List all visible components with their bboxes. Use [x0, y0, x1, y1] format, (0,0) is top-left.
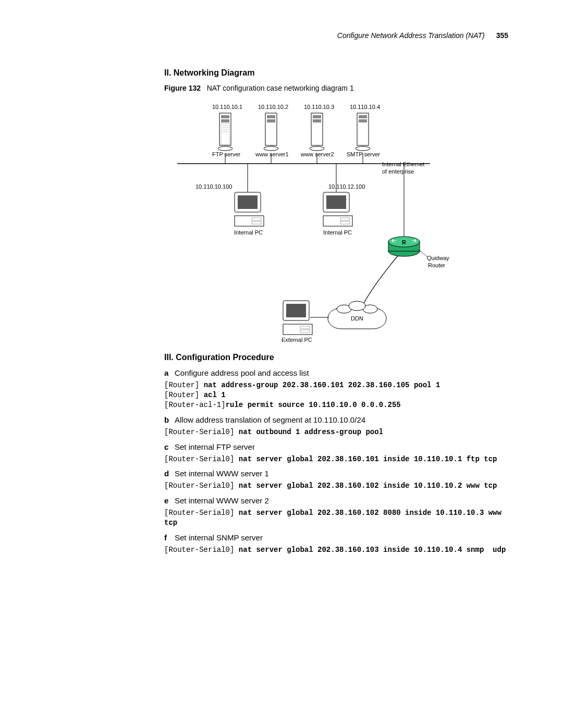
- svg-text:R: R: [402, 239, 406, 245]
- label-pc1-ip: 10.110.10.100: [195, 183, 232, 191]
- code-b: [Router-Serial0] nat outbound 1 address-…: [164, 427, 508, 437]
- svg-point-28: [356, 146, 370, 151]
- label-extpc: External PC: [282, 337, 312, 344]
- step-a-text: Configure address pool and access list: [175, 368, 309, 377]
- label-pc1-name: Internal PC: [234, 229, 263, 237]
- label-server4-ip: 10.110.10.4: [350, 104, 380, 111]
- svg-rect-22: [313, 115, 321, 118]
- label-router2: Router: [428, 262, 445, 269]
- code-d: [Router-Serial0] nat server global 202.3…: [164, 481, 508, 491]
- step-f: f Set internal SNMP server: [164, 533, 508, 542]
- network-diagram: R: [164, 98, 456, 343]
- step-c-text: Set internal FTP server: [175, 442, 255, 451]
- label-net1: Internal Ethernet: [382, 161, 424, 168]
- step-d: d Set internal WWW server 1: [164, 469, 508, 478]
- svg-rect-19: [267, 119, 275, 122]
- figure-text: NAT configuration case networking diagra…: [207, 84, 354, 92]
- svg-point-20: [264, 146, 278, 151]
- code-e: [Router-Serial0] nat server global 202.3…: [164, 508, 508, 528]
- svg-rect-36: [323, 216, 352, 226]
- label-server3-name: www server2: [301, 151, 334, 158]
- section-heading-3: III. Configuration Procedure: [164, 353, 508, 362]
- step-d-letter: d: [164, 469, 175, 478]
- code-c: [Router-Serial0] nat server global 202.3…: [164, 454, 508, 464]
- step-d-text: Set internal WWW server 1: [175, 469, 269, 478]
- svg-rect-18: [267, 115, 275, 118]
- step-e-letter: e: [164, 496, 175, 505]
- step-c: c Set internal FTP server: [164, 442, 508, 451]
- svg-point-16: [218, 146, 232, 151]
- svg-rect-10: [221, 119, 229, 122]
- step-f-letter: f: [164, 533, 175, 542]
- step-b-text: Allow address translation of segment at …: [175, 415, 365, 424]
- chapter-title: Configure Network Address Translation (N…: [337, 31, 485, 40]
- label-net2: of enterprise: [382, 168, 414, 176]
- running-header: Configure Network Address Translation (N…: [55, 31, 508, 40]
- label-pc2-name: Internal PC: [323, 229, 352, 237]
- section-heading-2: II. Networking Diagram: [164, 68, 508, 78]
- label-server1-ip: 10.110.10.1: [212, 104, 242, 111]
- svg-rect-50: [283, 324, 312, 335]
- label-server3-ip: 10.110.10.3: [304, 104, 334, 111]
- label-pc2-ip: 10.110.12.100: [328, 183, 365, 191]
- code-f: [Router-Serial0] nat server global 202.3…: [164, 545, 508, 555]
- code-a: [Router] nat address-group 202.38.160.10…: [164, 380, 508, 410]
- figure-label: Figure 132: [164, 84, 201, 92]
- page-number: 355: [496, 31, 508, 40]
- label-server1-name: FTP server: [212, 151, 240, 158]
- figure-caption: Figure 132 NAT configuration case networ…: [164, 84, 508, 92]
- step-a-letter: a: [164, 368, 175, 377]
- label-server2-ip: 10.110.10.2: [258, 104, 288, 111]
- step-e: e Set internal WWW server 2: [164, 496, 508, 505]
- step-b: b Allow address translation of segment a…: [164, 415, 508, 424]
- svg-rect-31: [235, 216, 264, 226]
- label-ddn: DDN: [351, 315, 363, 323]
- step-a: a Configure address pool and access list: [164, 368, 508, 377]
- svg-rect-27: [359, 119, 367, 122]
- svg-point-46: [349, 301, 365, 311]
- step-b-letter: b: [164, 415, 175, 424]
- svg-rect-9: [221, 115, 229, 118]
- content-column: II. Networking Diagram Figure 132 NAT co…: [164, 68, 508, 555]
- svg-point-24: [310, 146, 324, 151]
- label-router1: Quidway: [427, 255, 449, 262]
- label-server2-name: www server1: [255, 151, 289, 158]
- step-c-letter: c: [164, 442, 175, 451]
- diagram-svg: R: [164, 98, 456, 343]
- label-server4-name: SMTP server: [347, 151, 380, 158]
- step-e-text: Set internal WWW server 2: [175, 496, 269, 505]
- svg-rect-26: [359, 115, 367, 118]
- svg-rect-23: [313, 119, 321, 122]
- step-f-text: Set internal SNMP server: [175, 533, 263, 542]
- svg-rect-49: [286, 304, 306, 317]
- svg-rect-35: [326, 195, 346, 209]
- svg-rect-30: [238, 195, 258, 209]
- page: Configure Network Address Translation (N…: [0, 0, 563, 591]
